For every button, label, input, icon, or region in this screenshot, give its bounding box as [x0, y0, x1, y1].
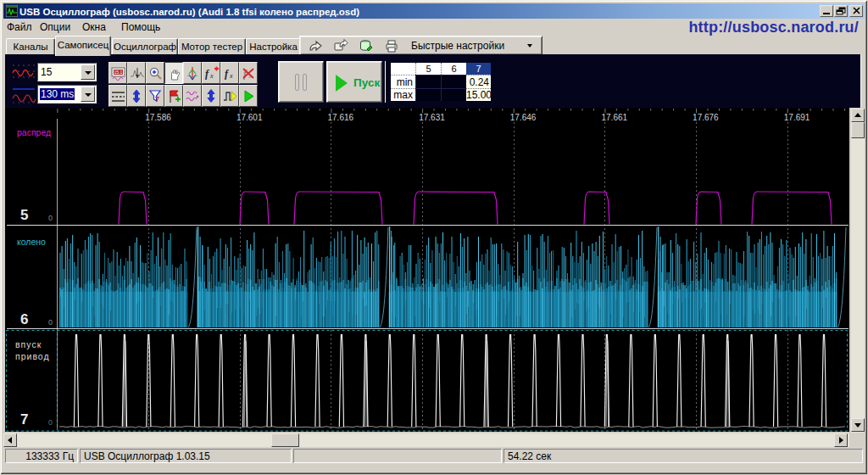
svg-text:15.1: 15.1 [114, 70, 123, 75]
svg-text:x: x [229, 72, 233, 80]
svg-text:f: f [205, 68, 209, 80]
svg-text:f: f [225, 68, 229, 80]
svg-text:7: 7 [155, 95, 159, 103]
svg-text:x: x [209, 72, 214, 80]
